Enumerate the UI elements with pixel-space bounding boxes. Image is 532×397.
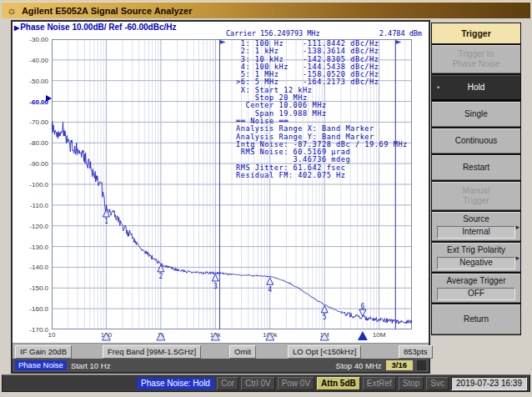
status-indicator-pow-0v: Pow 0V <box>278 377 314 390</box>
datetime-display: 2019-07-23 16:39 <box>451 377 527 390</box>
carrier-frequency: Carrier 156.249793 MHz <box>226 29 320 38</box>
svg-text:6: 6 <box>360 303 364 310</box>
softkey-label: Phase Noise <box>453 59 500 69</box>
softkey-label: Continuous <box>455 136 498 146</box>
selected-bullet-icon: • <box>437 83 439 93</box>
softkey-continuous[interactable]: Continuous <box>432 128 520 153</box>
footer-end-box <box>417 360 426 370</box>
y-tick-label: -130.0 <box>13 244 48 251</box>
status-indicator-cor: Cor <box>217 377 238 390</box>
softkey-manual-trigger: ManualTrigger <box>432 182 520 210</box>
y-tick-label: -60.00 <box>13 98 48 106</box>
status-indicator-ctrl-0v: Ctrl 0V <box>241 377 275 390</box>
y-tick-label: -110.0 <box>13 202 48 209</box>
softkey-label: Single <box>464 109 488 119</box>
measurement-panel: ▶Phase Noise 10.00dB/ Ref -60.00dBc/Hz C… <box>11 20 430 374</box>
carrier-row: Carrier 156.249793 MHz 2.4784 dBm <box>226 29 422 38</box>
svg-text:2: 2 <box>158 273 163 280</box>
y-tick-label: -150.0 <box>13 284 48 292</box>
status-button-853pts[interactable]: 853pts <box>399 345 433 359</box>
marker-info-line: Residual FM: 402.075 Hz <box>236 172 408 179</box>
y-tick-label: -170.0 <box>13 326 48 334</box>
measurement-status-row: IF Gain 20dBFreq Band [99M-1.5GHz]OmitLO… <box>13 343 429 359</box>
marker-info-readout: 1: 100 Hz -111.8442 dBc/Hz 2: 1 kHz -138… <box>236 40 408 179</box>
reference-level-arrow-icon[interactable] <box>46 95 52 102</box>
window-title-bar: ☼ Agilent E5052A Signal Source Analyzer <box>2 2 530 18</box>
softkey-label: Source <box>463 214 489 224</box>
softkey-average-trigger[interactable]: Average TriggerOFF <box>432 274 520 303</box>
y-tick-label: -50.00 <box>13 78 48 85</box>
y-tick-label: -140.0 <box>13 264 48 271</box>
softkey-label: Hold <box>468 83 485 93</box>
y-tick-label: -90.00 <box>13 160 48 168</box>
softkey-menu: Trigger Trigger toPhase Noise•HoldSingle… <box>431 23 521 335</box>
app-sun-icon: ☼ <box>7 5 17 16</box>
y-tick-label: -70.00 <box>13 118 48 126</box>
softkey-trigger-to-phase-noise: Trigger toPhase Noise <box>432 45 520 73</box>
softkey-single[interactable]: Single <box>432 102 520 127</box>
status-indicator-stop: Stop <box>399 377 424 390</box>
svg-text:5: 5 <box>323 314 327 321</box>
start-frequency-label: Start 10 Hz <box>71 361 111 370</box>
status-indicator-extref: ExtRef <box>363 377 396 390</box>
status-button-freq-band-99m-1-5ghz-[interactable]: Freq Band [99M-1.5GHz] <box>103 345 201 359</box>
y-tick-label: -120.0 <box>13 223 48 230</box>
y-tick-label: -100.0 <box>13 181 48 188</box>
softkey-label: Return <box>464 314 489 324</box>
submenu-arrow-icon: ▸ <box>515 222 519 232</box>
carrier-power: 2.4784 dBm <box>379 29 422 38</box>
system-status-bar: Phase Noise: Hold CorCtrl 0VPow 0VAttn 5… <box>2 374 530 392</box>
softkey-return[interactable]: Return <box>432 304 520 334</box>
svg-text:1: 1 <box>104 218 108 225</box>
status-indicator-svc: Svc <box>426 377 449 390</box>
softkey-label: Restart <box>463 163 489 173</box>
softkey-source[interactable]: SourceInternal▸ <box>432 212 520 241</box>
measurement-footer-bar: Phase Noise Start 10 Hz Stop 40 MHz 3/16 <box>13 359 429 372</box>
softkey-value[interactable]: Negative <box>437 257 514 269</box>
submenu-arrow-icon: ▸ <box>515 253 519 263</box>
softkey-label: Average Trigger <box>447 276 506 286</box>
softkey-label: Trigger <box>463 196 489 206</box>
status-button-omit[interactable]: Omit <box>229 345 256 359</box>
status-indicators: CorCtrl 0VPow 0VAttn 5dBExtRefStopSvc <box>217 377 449 390</box>
average-count-badge: 3/16 <box>386 360 414 370</box>
status-button-if-gain-20db[interactable]: IF Gain 20dB <box>15 345 72 359</box>
svg-text:4: 4 <box>268 286 272 294</box>
trace-name-chip[interactable]: Phase Noise <box>15 360 67 370</box>
softkey-menu-title: Trigger <box>432 23 520 43</box>
y-axis-labels: -30.00-40.00-50.00-60.00-70.00-80.00-90.… <box>13 22 50 372</box>
y-tick-label: -40.00 <box>13 57 48 64</box>
y-tick-label: -160.0 <box>13 305 48 313</box>
softkey-ext-trig-polarity[interactable]: Ext Trig PolarityNegative▸ <box>432 243 520 272</box>
y-tick-label: -30.00 <box>13 36 48 43</box>
svg-text:3: 3 <box>213 283 218 290</box>
softkey-label: Ext Trig Polarity <box>447 245 505 255</box>
y-tick-label: -80.00 <box>13 139 48 147</box>
softkey-value[interactable]: Internal <box>437 226 514 239</box>
softkey-value[interactable]: OFF <box>437 288 514 300</box>
stop-frequency-label: Stop 40 MHz <box>336 361 382 370</box>
status-indicator-attn-5db: Attn 5dB <box>317 377 360 390</box>
status-button-lo-opt-150khz-[interactable]: LO Opt [<150kHz] <box>288 345 361 359</box>
window-title: Agilent E5052A Signal Source Analyzer <box>22 6 193 16</box>
softkey-label: Trigger to <box>459 49 494 59</box>
softkey-label: Manual <box>463 186 490 196</box>
softkey-hold[interactable]: •Hold <box>432 75 520 100</box>
measurement-mode-chip[interactable]: Phase Noise: Hold <box>137 378 214 389</box>
softkey-restart[interactable]: Restart <box>432 155 520 180</box>
